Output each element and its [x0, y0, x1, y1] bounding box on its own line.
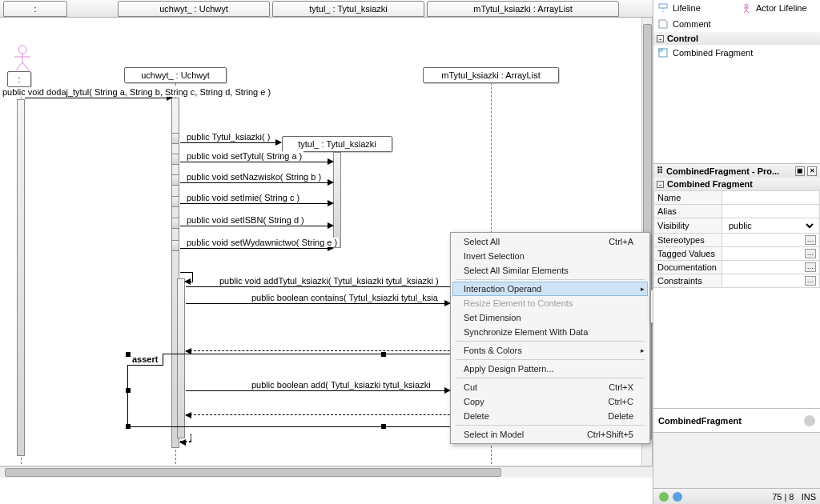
prop-doc-button[interactable]: … — [805, 262, 816, 272]
svg-point-7 — [745, 4, 748, 7]
palette-combined-fragment[interactable]: Combined Fragment — [653, 45, 820, 61]
context-cut[interactable]: CutCtrl+X — [452, 380, 648, 394]
activation-uchwyt-s4 — [171, 196, 179, 207]
status-icon-1 — [658, 491, 669, 502]
prop-name-input[interactable] — [726, 193, 816, 202]
tab-uchwyt[interactable]: uchwyt_ : Uchwyt — [118, 1, 270, 17]
prop-alias-input[interactable] — [726, 206, 816, 216]
msg-label: public void setNazwisko( String b ) — [185, 172, 323, 182]
msg-label: public void dodaj_tytul( String a, Strin… — [1, 87, 272, 97]
activation-uchwyt-s5 — [171, 218, 179, 229]
context-select-all[interactable]: Select AllCtrl+A — [452, 234, 648, 249]
activation-uchwyt-s6 — [171, 240, 179, 251]
lifeline-uchwyt-head[interactable]: uchwyt_ : Uchwyt — [124, 67, 227, 83]
msg-dodaj-tytul[interactable]: public void dodaj_tytul( String a, Strin… — [25, 98, 172, 98]
msg-label: public void addTytul_ksiazki( Tytul_ksia… — [218, 276, 440, 286]
self-call-return — [185, 282, 193, 282]
msg-label: public void setWydawnictwo( String e ) — [185, 238, 339, 247]
context-select-similar[interactable]: Select All Similar Elements — [452, 263, 648, 278]
msg-contains[interactable]: public boolean contains( Tytul_ksiazki t… — [186, 303, 450, 304]
lifeline-actor-head[interactable]: : — [7, 71, 31, 87]
palette-comment[interactable]: Comment — [653, 16, 820, 32]
msg-constructor[interactable]: public Tytul_ksiazki( ) — [180, 142, 281, 143]
msg-label: public void setISBN( String d ) — [185, 215, 306, 225]
activation-actor — [17, 99, 25, 456]
msg-settytul[interactable]: public void setTytul( String a ) — [180, 162, 333, 162]
collapse-icon: - — [657, 35, 664, 42]
msg-label: public boolean contains( Tytul_ksiazki t… — [250, 293, 440, 302]
lifeline-icon — [658, 3, 668, 13]
prop-constraints-button[interactable]: … — [805, 276, 816, 286]
status-bar: 75 | 8 INS — [653, 488, 820, 504]
svg-line-11 — [746, 10, 749, 13]
palette: Lifeline Actor Lifeline Comment -Control… — [653, 0, 820, 164]
msg-label: public void setTytul( String a ) — [185, 151, 303, 161]
svg-line-10 — [744, 10, 746, 13]
palette-actor-lifeline[interactable]: Actor Lifeline — [737, 0, 820, 16]
tab-mtytul[interactable]: mTytul_ksiazki : ArrayList — [427, 1, 619, 17]
context-resize-to-contents: Resize Element to Contents — [452, 296, 648, 310]
side-panel: Lifeline Actor Lifeline Comment -Control… — [653, 0, 820, 504]
prop-tagged-button[interactable]: … — [805, 249, 816, 258]
object-tabs: : uchwyt_ : Uchwyt tytul_ : Tytul_ksiazk… — [0, 0, 653, 18]
svg-line-3 — [16, 62, 22, 70]
msg-setisbn[interactable]: public void setISBN( String d ) — [180, 226, 333, 226]
element-preview: CombinedFragment — [653, 409, 820, 433]
msg-setnazwisko[interactable]: public void setNazwisko( String b ) — [180, 182, 333, 183]
palette-label: Comment — [673, 19, 711, 29]
palette-lifeline[interactable]: Lifeline — [653, 0, 737, 16]
status-coords: 75 | 8 — [772, 492, 794, 502]
svg-rect-5 — [659, 4, 667, 8]
status-ins-mode: INS — [802, 492, 816, 502]
lifeline-tytul-head[interactable]: tytul_ : Tytul_ksiazki — [282, 136, 392, 152]
context-sync-data[interactable]: Synchronize Element With Data — [452, 325, 648, 339]
svg-point-15 — [673, 492, 682, 502]
palette-label: Lifeline — [673, 3, 701, 13]
context-copy[interactable]: CopyCtrl+C — [452, 394, 648, 409]
prop-key-doc: Documentation — [654, 261, 722, 274]
palette-group-control[interactable]: -Control — [653, 32, 820, 45]
msg-addtytulksiazki[interactable]: public void addTytul_ksiazki( Tytul_ksia… — [186, 286, 450, 287]
msg-setwydawnictwo[interactable]: public void setWydawnictwo( String e ) — [180, 248, 333, 249]
msg-return-contains[interactable] — [186, 350, 482, 351]
prop-key-tagged: Tagged Values — [654, 247, 722, 261]
status-icon-2 — [672, 491, 683, 502]
prop-key-stereotypes: Stereotypes — [654, 234, 722, 247]
msg-label: public void setImie( String c ) — [185, 193, 301, 202]
prop-visibility-select[interactable]: public — [726, 220, 816, 231]
msg-setimie[interactable]: public void setImie( String c ) — [180, 203, 333, 204]
svg-point-0 — [18, 46, 26, 54]
activation-uchwyt-s1 — [171, 133, 179, 144]
tab-tytul[interactable]: tytul_ : Tytul_ksiazki — [272, 1, 424, 17]
self-call-bottom-ret — [180, 442, 191, 442]
comment-icon — [658, 19, 668, 29]
prop-key-name: Name — [654, 191, 722, 205]
properties-panel: ⠿ CombinedFragment - Pro... ▣ ✕ -Combine… — [653, 164, 820, 409]
context-interaction-operand[interactable]: Interaction Operand — [452, 282, 648, 296]
prop-key-alias: Alias — [654, 205, 722, 218]
svg-rect-12 — [659, 49, 667, 57]
prop-key-visibility: Visibility — [654, 218, 722, 234]
activation-uchwyt-s3 — [171, 174, 179, 186]
prop-key-constraints: Constraints — [654, 274, 722, 288]
context-apply-pattern[interactable]: Apply Design Pattern... — [452, 362, 648, 376]
combined-fragment-icon — [658, 48, 668, 58]
context-select-in-model[interactable]: Select in ModelCtrl+Shift+5 — [452, 427, 648, 442]
tab-actor[interactable]: : — [3, 1, 67, 17]
context-menu: Select AllCtrl+A Invert Selection Select… — [450, 232, 650, 444]
context-delete[interactable]: DeleteDelete — [452, 409, 648, 423]
collapse-icon: - — [657, 181, 664, 188]
context-set-dimension[interactable]: Set Dimension — [452, 310, 648, 325]
props-section[interactable]: -Combined Fragment — [653, 178, 820, 190]
canvas-scrollbar-horizontal[interactable] — [0, 466, 653, 477]
props-close-button[interactable]: ✕ — [807, 166, 817, 176]
lifeline-mtytul-head[interactable]: mTytul_ksiazki : ArrayList — [423, 67, 559, 83]
fragment-tag: assert — [127, 354, 163, 366]
context-fonts-colors[interactable]: Fonts & Colors — [452, 343, 648, 358]
prop-stereotypes-button[interactable]: … — [805, 235, 816, 245]
activation-tytul — [333, 152, 341, 248]
context-invert-selection[interactable]: Invert Selection — [452, 249, 648, 263]
msg-label: public Tytul_ksiazki( ) — [185, 132, 271, 142]
svg-point-14 — [659, 492, 669, 502]
props-pin-button[interactable]: ▣ — [795, 166, 805, 176]
